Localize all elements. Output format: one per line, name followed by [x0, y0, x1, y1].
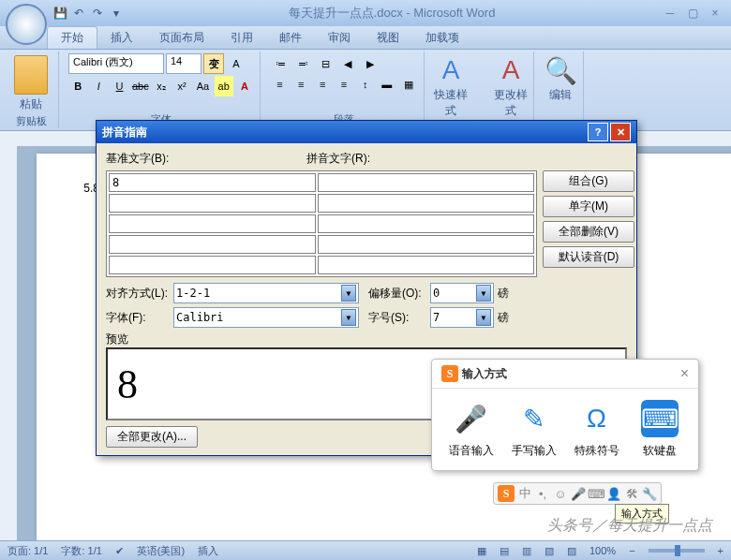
align-center-icon[interactable]: ≡	[291, 74, 311, 95]
ruby-cell-4[interactable]	[318, 256, 534, 274]
ruby-cell-3[interactable]	[318, 235, 534, 254]
italic-button[interactable]: I	[89, 76, 108, 96]
zoom-in-button[interactable]: +	[718, 545, 724, 556]
font-size-select[interactable]: 14	[166, 53, 201, 74]
base-cell-4[interactable]	[109, 256, 316, 274]
single-button[interactable]: 单字(M)	[543, 196, 634, 217]
view-outline-icon[interactable]: ▧	[545, 545, 554, 557]
multilevel-icon[interactable]: ⊟	[315, 53, 336, 74]
tab-addins[interactable]: 加载项	[412, 26, 472, 49]
strike-button[interactable]: abc	[131, 76, 150, 96]
chevron-down-icon: ▼	[341, 285, 356, 302]
default-reading-button[interactable]: 默认读音(D)	[543, 246, 634, 268]
status-page[interactable]: 页面: 1/1	[7, 544, 48, 558]
zoom-out-button[interactable]: −	[629, 545, 634, 556]
ime-voice-button[interactable]: 🎤	[571, 486, 586, 501]
ime-item-1[interactable]: ✎手写输入	[508, 400, 560, 459]
subscript-button[interactable]: x₂	[152, 76, 171, 96]
bullets-icon[interactable]: ≔	[270, 53, 291, 74]
undo-icon[interactable]: ↶	[71, 6, 86, 21]
ime-lang-button[interactable]: 中	[517, 486, 532, 501]
align-left-icon[interactable]: ≡	[270, 74, 290, 95]
tab-view[interactable]: 视图	[364, 26, 412, 49]
font-name-select[interactable]: Calibri (西文)	[68, 53, 164, 74]
indent-dec-icon[interactable]: ◀	[337, 53, 358, 74]
status-proof-icon[interactable]: ✔	[115, 545, 124, 557]
ime-item-3[interactable]: ⌨软键盘	[634, 400, 686, 459]
phonetic-guide-icon[interactable]: 变	[203, 53, 224, 74]
vertical-ruler[interactable]	[0, 146, 18, 541]
ime-keyboard-button[interactable]: ⌨	[589, 486, 604, 501]
tab-insert[interactable]: 插入	[97, 26, 146, 49]
ruby-cell-0[interactable]	[318, 173, 534, 192]
save-icon[interactable]: 💾	[52, 6, 67, 21]
base-cell-2[interactable]	[109, 214, 316, 233]
view-web-icon[interactable]: ▥	[522, 545, 531, 557]
zoom-level[interactable]: 100%	[589, 545, 616, 556]
change-styles-button[interactable]: A更改样式	[494, 53, 528, 126]
base-cell-1[interactable]	[109, 194, 316, 213]
char-border-icon[interactable]: A	[226, 53, 246, 74]
change-all-button[interactable]: 全部更改(A)...	[106, 426, 198, 448]
ime-item-2[interactable]: Ω特殊符号	[571, 400, 623, 459]
dialog-titlebar[interactable]: 拼音指南 ? ✕	[97, 121, 636, 143]
dialog-help-button[interactable]: ?	[588, 123, 608, 141]
group-clipboard: 粘贴 剪贴板	[4, 52, 59, 128]
ime-toolbar[interactable]: S 中 •, ☺ 🎤 ⌨ 👤 🛠 🔧	[493, 482, 662, 505]
maximize-button[interactable]: ▢	[682, 5, 703, 22]
view-read-icon[interactable]: ▤	[500, 545, 509, 557]
ime-punct-button[interactable]: •,	[535, 486, 550, 501]
ime-settings-button[interactable]: 🔧	[642, 486, 657, 501]
combine-button[interactable]: 组合(G)	[543, 170, 634, 192]
font-select[interactable]: Calibri▼	[173, 307, 359, 328]
tab-references[interactable]: 引用	[217, 26, 266, 49]
font-color-button[interactable]: A	[235, 76, 254, 96]
ime-item-0[interactable]: 🎤语音输入	[445, 400, 498, 459]
paste-icon[interactable]	[14, 55, 48, 95]
dialog-close-button[interactable]: ✕	[610, 123, 631, 141]
editing-button[interactable]: 🔍编辑	[544, 53, 577, 103]
case-button[interactable]: Aa	[193, 76, 212, 96]
indent-inc-icon[interactable]: ▶	[360, 53, 380, 74]
redo-icon[interactable]: ↷	[90, 6, 105, 21]
highlight-button[interactable]: ab	[215, 76, 233, 96]
align-select[interactable]: 1-2-1▼	[173, 283, 359, 303]
tab-layout[interactable]: 页面布局	[146, 26, 217, 49]
tab-review[interactable]: 审阅	[315, 26, 364, 49]
minimize-button[interactable]: ─	[660, 5, 680, 22]
office-button[interactable]	[6, 4, 47, 45]
base-cell-3[interactable]	[109, 235, 316, 254]
ruby-cell-1[interactable]	[318, 194, 534, 213]
bold-button[interactable]: B	[68, 76, 87, 96]
qat-more-icon[interactable]: ▾	[109, 6, 124, 21]
delete-all-button[interactable]: 全部删除(V)	[543, 221, 634, 243]
ime-close-button[interactable]: ×	[680, 365, 689, 382]
underline-button[interactable]: U	[110, 76, 128, 96]
status-language[interactable]: 英语(美国)	[137, 544, 185, 558]
base-cell-0[interactable]: 8	[109, 173, 316, 192]
superscript-button[interactable]: x²	[172, 76, 191, 96]
size-select[interactable]: 7▼	[430, 307, 494, 328]
ruby-cell-2[interactable]	[318, 214, 534, 233]
offset-input[interactable]: 0▼	[430, 283, 494, 303]
line-spacing-icon[interactable]: ↕	[355, 74, 375, 95]
ime-tools-button[interactable]: 🛠	[624, 486, 639, 501]
ime-emoji-button[interactable]: ☺	[553, 486, 568, 501]
align-right-icon[interactable]: ≡	[313, 74, 333, 95]
status-mode[interactable]: 插入	[198, 544, 218, 558]
status-words[interactable]: 字数: 1/1	[61, 544, 101, 558]
paste-button[interactable]: 粘贴	[9, 96, 52, 112]
borders-icon[interactable]: ▦	[398, 74, 418, 95]
zoom-slider[interactable]	[649, 549, 705, 553]
numbering-icon[interactable]: ≕	[292, 53, 313, 74]
tab-mail[interactable]: 邮件	[266, 26, 315, 49]
view-print-icon[interactable]: ▦	[477, 545, 486, 557]
justify-icon[interactable]: ≡	[335, 74, 354, 95]
view-draft-icon[interactable]: ▨	[567, 545, 576, 557]
ime-user-button[interactable]: 👤	[606, 486, 621, 501]
sogou-icon[interactable]: S	[498, 485, 515, 502]
quick-styles-button[interactable]: A快速样式	[434, 53, 468, 126]
close-button[interactable]: ×	[705, 5, 725, 22]
shading-icon[interactable]: ▬	[377, 74, 396, 95]
tab-home[interactable]: 开始	[47, 26, 97, 49]
